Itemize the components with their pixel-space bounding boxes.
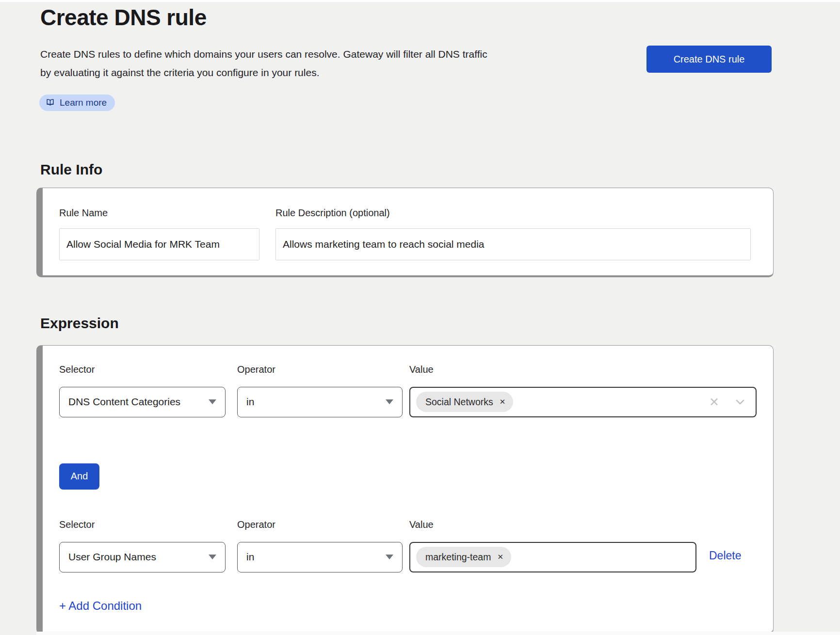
value-tag-label: Social Networks xyxy=(425,397,493,408)
operator-label: Operator xyxy=(237,364,403,375)
condition-1-value-column: Value Social Networks ✕ ✕ xyxy=(409,364,757,417)
selector-label: Selector xyxy=(59,519,226,530)
value-label: Value xyxy=(409,364,757,375)
and-button[interactable]: And xyxy=(59,463,99,490)
condition-2-value-column: Value marketing-team ✕ xyxy=(409,519,696,572)
selector-selected-value: DNS Content Categories xyxy=(68,396,180,408)
multiselect-controls: ✕ xyxy=(709,396,746,408)
rule-name-input[interactable] xyxy=(59,228,259,260)
condition-1-operator-column: Operator in xyxy=(237,364,403,417)
bottom-strip xyxy=(36,632,840,635)
condition-row-1: Selector DNS Content Categories Operator… xyxy=(59,364,757,417)
learn-more-label: Learn more xyxy=(60,97,107,108)
gateway-create-dns-rule-page: Create DNS rule Create DNS rule Create D… xyxy=(0,0,840,634)
value-tag: Social Networks ✕ xyxy=(416,392,513,412)
page-description-line2: by evaluating it against the criteria yo… xyxy=(40,64,530,82)
top-strip xyxy=(0,0,840,2)
value-multiselect[interactable]: marketing-team ✕ xyxy=(409,542,696,572)
rule-name-label: Rule Name xyxy=(59,207,259,219)
rule-info-card: Rule Name Rule Description (optional) xyxy=(36,188,774,277)
expression-heading: Expression xyxy=(40,315,840,332)
clear-all-icon[interactable]: ✕ xyxy=(709,396,719,408)
operator-label: Operator xyxy=(237,519,403,530)
condition-2-operator-column: Operator in xyxy=(237,519,403,572)
book-icon xyxy=(46,98,55,107)
caret-down-icon xyxy=(209,399,216,404)
create-dns-rule-button[interactable]: Create DNS rule xyxy=(646,46,772,73)
condition-row-2: Selector User Group Names Operator in Va… xyxy=(59,519,757,572)
rule-info-fields: Rule Name Rule Description (optional) xyxy=(59,207,751,260)
value-label: Value xyxy=(409,519,696,530)
rule-description-input[interactable] xyxy=(275,228,751,260)
operator-dropdown[interactable]: in xyxy=(237,387,403,417)
expression-card: Selector DNS Content Categories Operator… xyxy=(36,345,774,634)
selector-label: Selector xyxy=(59,364,226,375)
selector-dropdown[interactable]: User Group Names xyxy=(59,542,226,572)
rule-info-heading: Rule Info xyxy=(40,161,840,178)
condition-2-selector-column: Selector User Group Names xyxy=(59,519,226,572)
caret-down-icon xyxy=(386,399,393,404)
selector-dropdown[interactable]: DNS Content Categories xyxy=(59,387,226,417)
page-content: Create DNS rule Create DNS rule Create D… xyxy=(0,5,840,634)
rule-description-label: Rule Description (optional) xyxy=(275,207,751,219)
rule-name-field: Rule Name xyxy=(59,207,259,260)
page-description: Create DNS rules to define which domains… xyxy=(40,45,530,82)
page-description-line1: Create DNS rules to define which domains… xyxy=(40,45,530,64)
remove-tag-icon[interactable]: ✕ xyxy=(500,397,506,406)
caret-down-icon xyxy=(209,555,216,559)
operator-dropdown[interactable]: in xyxy=(237,542,403,572)
value-tag-label: marketing-team xyxy=(425,552,491,563)
remove-tag-icon[interactable]: ✕ xyxy=(497,553,503,561)
chevron-down-icon[interactable] xyxy=(734,396,746,408)
value-tag: marketing-team ✕ xyxy=(416,547,511,567)
operator-selected-value: in xyxy=(246,551,254,563)
operator-selected-value: in xyxy=(246,396,254,408)
add-condition-link[interactable]: + Add Condition xyxy=(59,599,142,613)
delete-condition-link[interactable]: Delete xyxy=(709,549,741,562)
rule-description-field: Rule Description (optional) xyxy=(275,207,751,260)
caret-down-icon xyxy=(386,555,393,559)
page-title: Create DNS rule xyxy=(40,5,840,30)
selector-selected-value: User Group Names xyxy=(68,551,156,563)
condition-1-selector-column: Selector DNS Content Categories xyxy=(59,364,226,417)
value-multiselect[interactable]: Social Networks ✕ ✕ xyxy=(409,387,757,417)
learn-more-link[interactable]: Learn more xyxy=(39,95,115,111)
